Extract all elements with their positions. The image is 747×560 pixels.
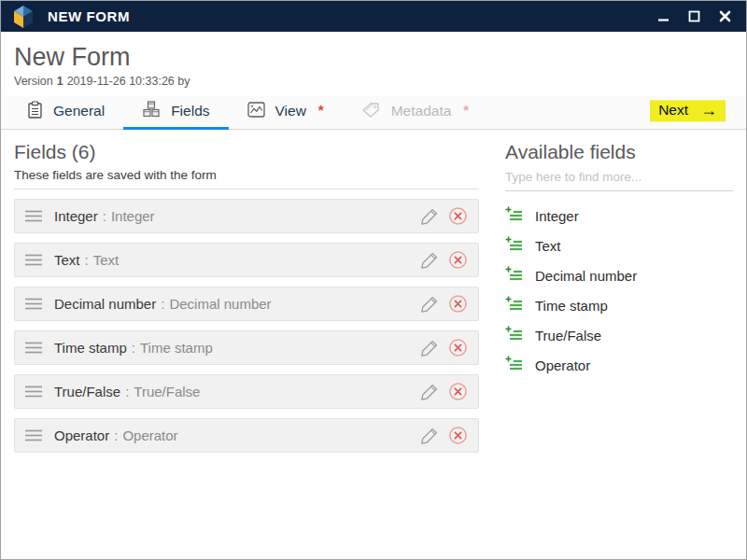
field-name: Time stamp: [54, 340, 127, 356]
maximize-icon[interactable]: [682, 6, 706, 28]
available-field-true-false[interactable]: True/False: [505, 320, 733, 350]
row-actions: [420, 382, 468, 401]
drag-handle-icon[interactable]: [25, 210, 42, 222]
edit-field-icon[interactable]: [420, 294, 440, 314]
tab-label: General: [53, 103, 105, 119]
window-controls: [651, 6, 737, 28]
required-asterisk: *: [463, 102, 469, 118]
field-list: Integer:Integer Text:Text: [14, 199, 479, 453]
add-field-icon: [505, 266, 523, 285]
required-asterisk: *: [318, 102, 324, 118]
field-row-operator[interactable]: Operator:Operator: [14, 418, 479, 453]
available-field-label: Decimal number: [535, 268, 637, 284]
available-field-time-stamp[interactable]: Time stamp: [505, 290, 733, 320]
tag-icon: [361, 102, 381, 121]
delete-field-icon[interactable]: [448, 294, 468, 314]
row-actions: [420, 294, 468, 314]
delete-field-icon[interactable]: [448, 250, 468, 270]
field-row-label: True/False:True/False: [54, 384, 420, 399]
available-fields-panel: Available fields Integer Text Decimal nu…: [505, 130, 733, 559]
add-field-icon: [505, 356, 523, 374]
field-row-time-stamp[interactable]: Time stamp:Time stamp: [14, 330, 479, 365]
delete-field-icon[interactable]: [448, 382, 468, 401]
minimize-icon[interactable]: [651, 6, 675, 28]
field-row-integer[interactable]: Integer:Integer: [14, 199, 479, 233]
field-type: Operator: [122, 427, 177, 443]
field-row-decimal-number[interactable]: Decimal number:Decimal number: [14, 287, 479, 321]
field-row-label: Integer:Integer: [54, 208, 420, 224]
edit-field-icon[interactable]: [420, 206, 440, 226]
version-info: Version12019-11-26 10:33:26 by: [14, 75, 733, 88]
title-bar: NEW FORM: [1, 1, 746, 32]
version-timestamp: 2019-11-26 10:33:26 by: [67, 75, 190, 88]
field-type: Decimal number: [169, 296, 271, 312]
field-type: Time stamp: [140, 340, 213, 356]
available-field-decimal-number[interactable]: Decimal number: [505, 260, 733, 290]
field-separator: :: [114, 427, 118, 443]
field-row-label: Decimal number:Decimal number: [54, 296, 420, 312]
edit-field-icon[interactable]: [420, 382, 440, 401]
page-title: New Form: [14, 41, 733, 73]
available-field-label: Operator: [535, 357, 590, 373]
available-field-label: Integer: [535, 208, 579, 224]
drag-handle-icon[interactable]: [25, 342, 42, 354]
field-separator: :: [132, 340, 135, 356]
tab-label: View: [275, 103, 306, 119]
field-row-text[interactable]: Text:Text: [14, 243, 479, 277]
delete-field-icon[interactable]: [448, 338, 468, 357]
clipboard-icon: [27, 101, 43, 122]
form-header: New Form Version12019-11-26 10:33:26 by: [1, 32, 746, 90]
cubes-icon: [142, 101, 161, 121]
field-row-true-false[interactable]: True/False:True/False: [14, 374, 479, 409]
available-field-label: True/False: [535, 328, 601, 343]
field-separator: :: [125, 384, 129, 399]
edit-field-icon[interactable]: [420, 250, 440, 270]
fields-panel: Fields (6) These fields are saved with t…: [14, 130, 479, 559]
field-separator: :: [161, 296, 164, 312]
drag-handle-icon[interactable]: [25, 298, 42, 310]
delete-field-icon[interactable]: [448, 426, 468, 445]
field-name: Operator: [54, 427, 109, 443]
tab-general[interactable]: General: [8, 95, 123, 130]
drag-handle-icon[interactable]: [25, 429, 42, 441]
available-field-list: Integer Text Decimal number Time stamp T…: [505, 201, 733, 380]
add-field-icon: [505, 206, 523, 225]
available-fields-title: Available fields: [505, 141, 733, 163]
field-type: Text: [93, 252, 120, 268]
row-actions: [420, 250, 468, 270]
edit-field-icon[interactable]: [420, 338, 440, 357]
available-fields-search-input[interactable]: [505, 168, 733, 191]
tab-metadata[interactable]: Metadata *: [343, 95, 487, 130]
app-logo-icon: [12, 5, 35, 29]
version-number: 1: [57, 75, 63, 88]
row-actions: [420, 206, 468, 226]
field-row-label: Time stamp:Time stamp: [54, 340, 420, 356]
delete-field-icon[interactable]: [448, 206, 468, 226]
fields-panel-title: Fields (6): [14, 141, 479, 163]
drag-handle-icon[interactable]: [25, 385, 42, 398]
tab-label: Fields: [171, 103, 209, 119]
available-field-label: Time stamp: [535, 298, 608, 314]
row-actions: [420, 338, 468, 357]
next-button[interactable]: Next →: [650, 100, 726, 121]
main-content: Fields (6) These fields are saved with t…: [1, 130, 746, 559]
add-field-icon: [505, 296, 523, 315]
available-field-integer[interactable]: Integer: [505, 201, 733, 231]
tab-fields[interactable]: Fields: [123, 95, 228, 130]
image-chart-icon: [247, 102, 265, 121]
available-field-operator[interactable]: Operator: [505, 350, 733, 380]
tab-view[interactable]: View *: [229, 95, 343, 130]
field-type: Integer: [111, 208, 155, 224]
add-field-icon: [505, 326, 523, 344]
close-icon[interactable]: [712, 6, 737, 28]
drag-handle-icon[interactable]: [25, 254, 42, 266]
available-field-label: Text: [535, 238, 561, 254]
edit-field-icon[interactable]: [420, 426, 440, 445]
arrow-right-icon: →: [700, 104, 717, 117]
available-field-text[interactable]: Text: [505, 231, 733, 260]
field-name: True/False: [54, 384, 120, 399]
window-title: NEW FORM: [48, 8, 130, 24]
row-actions: [420, 426, 468, 445]
add-field-icon: [505, 236, 523, 255]
field-type: True/False: [134, 384, 200, 399]
